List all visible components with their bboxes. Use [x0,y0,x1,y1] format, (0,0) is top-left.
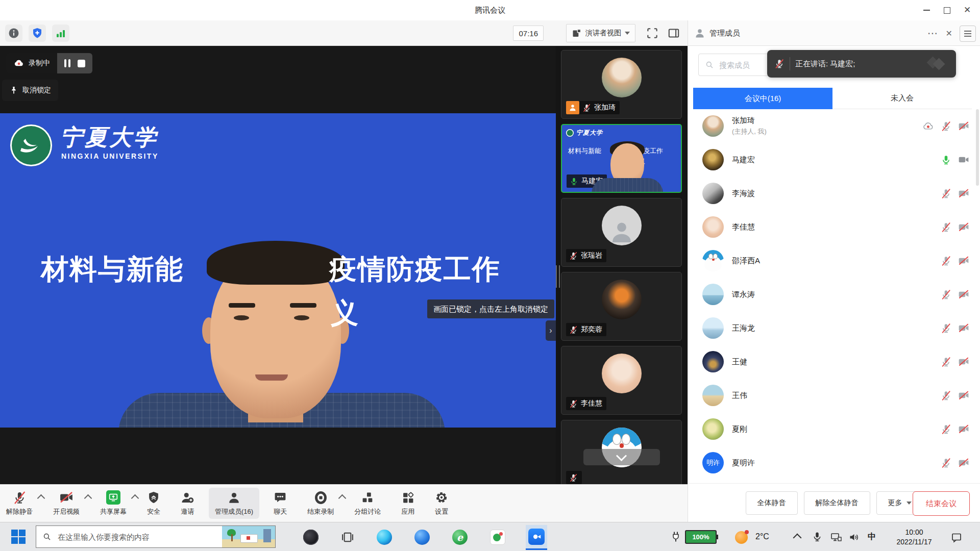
camera-off-icon[interactable] [958,356,969,367]
network-icon[interactable] [830,531,842,543]
member-row[interactable]: 邵泽西A [688,244,980,278]
taskbar-app-blue[interactable] [411,527,433,548]
toolbar-item-camera-off[interactable]: 开启视频 [53,490,80,516]
close-button[interactable]: ✕ [963,6,972,15]
toolbar-item-security-shield[interactable]: 安全 [147,490,160,516]
collapse-thumbnails-chevron[interactable]: › [546,320,556,341]
video-thumbnail[interactable] [561,420,682,484]
view-mode-dropdown[interactable]: 演讲者视图 [566,24,635,42]
video-thumbnail[interactable]: 张瑞岩 [561,198,682,267]
panel-menu-button[interactable] [960,26,976,42]
mic-off-icon[interactable] [941,323,951,334]
toolbar-item-invite-user[interactable]: 邀请 [181,490,194,516]
scrollbar-thumb[interactable] [976,109,979,186]
tray-chevron-up-icon[interactable] [793,534,802,542]
camera-off-icon[interactable] [958,221,969,233]
chevron-up-icon[interactable] [84,494,92,503]
fullscreen-button[interactable] [646,27,659,40]
video-thumbnail[interactable]: 郑奕蓉 [561,272,682,341]
taskbar-tencent-meeting-button[interactable] [526,525,547,550]
chevron-up-icon[interactable] [131,494,139,503]
mic-off-icon[interactable] [941,121,951,132]
camera-on-icon[interactable] [958,154,969,165]
member-row[interactable]: 夏刚 [688,412,980,446]
meeting-info-button[interactable] [5,24,22,42]
taskbar-app-dark-circle[interactable] [300,527,322,548]
action-center-icon[interactable] [950,531,963,543]
mute-all-button[interactable]: 全体静音 [746,491,798,515]
power-plug-icon[interactable] [670,531,682,543]
network-quality-button[interactable] [52,24,69,42]
toolbar-item-apps[interactable]: 应用 [401,490,414,516]
camera-off-icon[interactable] [958,289,969,300]
member-row[interactable]: 明许夏明许 [688,446,980,480]
unmute-all-button[interactable]: 解除全体静音 [804,491,870,515]
temperature-label[interactable]: 2°C [755,532,769,541]
task-view-button[interactable] [337,527,358,548]
video-thumbnail[interactable]: 张加琦 [561,50,682,119]
taskbar-search-input[interactable] [57,532,217,542]
camera-off-icon[interactable] [958,120,969,132]
member-row[interactable]: 李海波 [688,177,980,210]
stop-recording-button[interactable] [78,60,85,67]
pause-recording-button[interactable] [64,59,70,67]
camera-off-icon[interactable] [958,322,969,334]
member-row[interactable]: 李佳慧 [688,210,980,244]
mic-off-icon[interactable] [941,390,951,401]
close-panel-icon[interactable]: ✕ [946,29,952,38]
toolbar-item-settings-gear[interactable]: 设置 [435,490,448,516]
member-row[interactable]: 马建宏 [688,143,980,177]
security-protection-button[interactable] [29,24,46,42]
volume-icon[interactable] [848,531,861,543]
taskbar-edge-button[interactable] [374,527,395,548]
mic-off-icon[interactable] [941,357,951,367]
end-meeting-button[interactable]: 结束会议 [913,491,970,516]
video-thumbnail[interactable]: 李佳慧 [561,346,682,415]
more-options-icon[interactable]: ⋯ [927,27,938,39]
weather-icon[interactable] [735,531,748,544]
camera-off-icon[interactable] [958,188,969,199]
start-menu-button[interactable] [11,530,26,544]
expand-thumbnails-button[interactable] [583,449,660,465]
ime-indicator[interactable]: 中 [868,532,876,542]
unpin-screen-button[interactable]: 取消锁定 [2,80,58,101]
mic-off-icon[interactable] [941,424,951,435]
camera-off-icon[interactable] [958,390,969,401]
member-row[interactable]: 张加琦(主持人, 我) [688,109,980,143]
tab-in-meeting[interactable]: 会议中(16) [693,88,832,109]
taskbar-app-messenger[interactable] [487,527,508,548]
member-row[interactable]: 王伟 [688,379,980,412]
clock[interactable]: 10:00 2022/11/17 [886,528,943,547]
toolbar-item-stop-recording[interactable]: 结束录制 [307,490,334,516]
camera-off-icon[interactable] [958,255,969,266]
maximize-button[interactable] [942,6,951,15]
member-row[interactable]: 王健 [688,345,980,379]
taskbar-search-box[interactable] [36,525,276,548]
camera-off-icon[interactable] [958,423,969,435]
video-thumbnail[interactable]: 宁夏大学材料与新能疫情防疫工作义马建宏 [561,124,682,193]
column-resize-handle[interactable] [556,265,560,288]
toolbar-item-manage-members[interactable]: 管理成员(16) [209,488,259,519]
taskbar-browser-green[interactable]: e [449,527,471,548]
toolbar-item-breakout-rooms[interactable]: 分组讨论 [354,490,381,516]
toggle-sidebar-button[interactable] [667,27,680,40]
mic-off-icon[interactable] [941,289,951,300]
member-row[interactable]: 谭永涛 [688,278,980,311]
mic-off-icon[interactable] [941,256,951,266]
toolbar-item-mic-off[interactable]: 解除静音 [6,490,33,516]
toolbar-item-share-screen[interactable]: 共享屏幕 [100,490,127,516]
toolbar-item-chat[interactable]: 聊天 [274,490,287,516]
tray-mic-icon[interactable] [812,531,823,542]
mic-off-icon[interactable] [941,458,951,468]
tab-not-joined[interactable]: 未入会 [832,88,972,109]
chevron-up-icon[interactable] [338,494,347,503]
camera-off-icon[interactable] [958,457,969,468]
search-highlight-image[interactable] [222,526,275,547]
member-row[interactable]: 王海龙 [688,311,980,345]
mic-off-icon[interactable] [941,222,951,233]
mic-on-icon[interactable] [941,155,951,165]
chevron-up-icon[interactable] [37,494,45,503]
battery-indicator[interactable]: 100% [685,530,717,544]
mic-off-icon[interactable] [941,188,951,199]
minimize-button[interactable] [922,6,931,15]
